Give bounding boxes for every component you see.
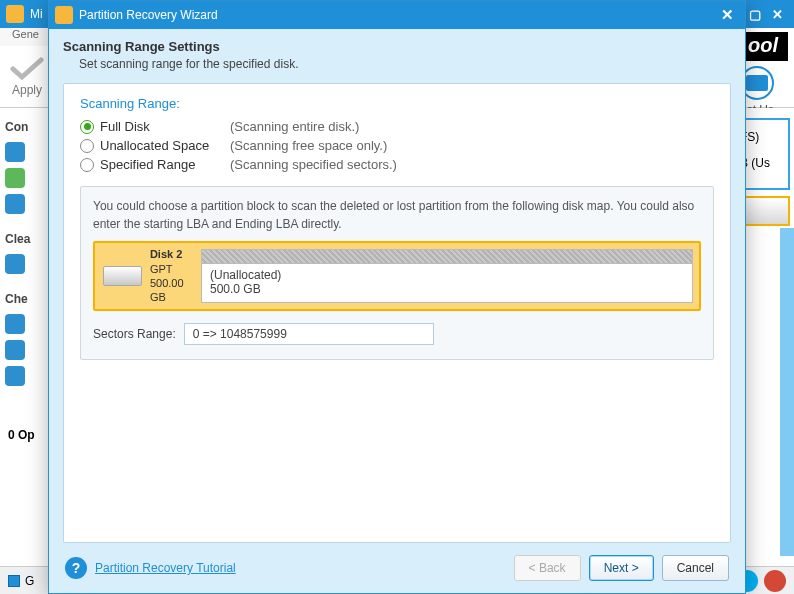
radio-icon[interactable] — [80, 158, 94, 172]
disk-info: Disk 2 GPT 500.00 GB — [101, 249, 201, 303]
tutorial-link[interactable]: Partition Recovery Tutorial — [95, 561, 236, 575]
app-icon — [6, 5, 24, 23]
sectors-input[interactable]: 0 => 1048575999 — [184, 323, 434, 345]
wizard-dialog: Partition Recovery Wizard ✕ Scanning Ran… — [48, 0, 746, 594]
group-label: Scanning Range: — [80, 96, 714, 111]
disk-map-panel: You could choose a partition block to sc… — [80, 186, 714, 360]
wizard-titlebar[interactable]: Partition Recovery Wizard ✕ — [49, 1, 745, 29]
sectors-label: Sectors Range: — [93, 327, 176, 341]
cancel-button[interactable]: Cancel — [662, 555, 729, 581]
checkbox-label: G — [25, 574, 34, 588]
tool-icon[interactable] — [5, 254, 25, 274]
tool-icon[interactable] — [5, 194, 25, 214]
next-button[interactable]: Next > — [589, 555, 654, 581]
wizard-title: Partition Recovery Wizard — [79, 8, 218, 22]
wizard-icon — [55, 6, 73, 24]
checkbox[interactable] — [8, 575, 20, 587]
disk-size: 500.00 GB — [150, 276, 201, 305]
close-icon[interactable]: ✕ — [715, 6, 739, 24]
left-header-2: Clea — [5, 232, 49, 246]
tool-icon[interactable] — [5, 168, 25, 188]
wizard-header: Scanning Range Settings Set scanning ran… — [49, 29, 745, 79]
close-button[interactable]: ✕ — [766, 5, 788, 23]
tool-icon[interactable] — [5, 340, 25, 360]
radio-hint: (Scanning free space only.) — [230, 138, 387, 153]
apply-label: Apply — [12, 83, 42, 97]
radio-full-disk[interactable]: Full Disk (Scanning entire disk.) — [80, 119, 714, 134]
radio-hint: (Scanning entire disk.) — [230, 119, 359, 134]
partition-size: 500.0 GB — [210, 282, 684, 296]
radio-unallocated[interactable]: Unallocated Space (Scanning free space o… — [80, 138, 714, 153]
partition-block[interactable]: (Unallocated) 500.0 GB — [201, 249, 693, 303]
toolbar-tab[interactable]: Gene — [0, 28, 51, 46]
apply-button[interactable]: Apply — [10, 57, 44, 97]
left-header-3: Che — [5, 292, 49, 306]
tool-icon[interactable] — [5, 142, 25, 162]
back-button[interactable]: < Back — [514, 555, 581, 581]
partition-bar — [202, 250, 692, 264]
size-label: B (Us — [740, 150, 784, 176]
disk-type: GPT — [150, 262, 201, 276]
tool-icon[interactable] — [5, 314, 25, 334]
disk-row[interactable]: Disk 2 GPT 500.00 GB (Unallocated) 500.0… — [93, 241, 701, 311]
operations-count: 0 Op — [8, 428, 35, 442]
tool-icon[interactable] — [5, 366, 25, 386]
left-panel: Con Clea Che — [0, 108, 55, 566]
radio-hint: (Scanning specified sectors.) — [230, 157, 397, 172]
sectors-row: Sectors Range: 0 => 1048575999 — [93, 323, 701, 345]
wizard-subheading: Set scanning range for the specified dis… — [79, 57, 731, 71]
mail-icon — [746, 75, 768, 91]
radio-label: Full Disk — [100, 119, 230, 134]
radio-icon[interactable] — [80, 120, 94, 134]
radio-specified[interactable]: Specified Range (Scanning specified sect… — [80, 157, 714, 172]
radio-label: Unallocated Space — [100, 138, 230, 153]
check-icon — [10, 57, 44, 81]
wizard-footer: ? Partition Recovery Tutorial < Back Nex… — [49, 543, 745, 593]
drive-icon — [103, 266, 142, 286]
fs-label: FS) — [740, 124, 784, 150]
info-text: You could choose a partition block to sc… — [93, 197, 701, 233]
help-icon[interactable]: ? — [65, 557, 87, 579]
scrollbar[interactable] — [780, 228, 794, 556]
radio-label: Specified Range — [100, 157, 230, 172]
wizard-heading: Scanning Range Settings — [63, 39, 731, 54]
partition-label: (Unallocated) — [210, 268, 684, 282]
social-icon[interactable] — [764, 570, 786, 592]
main-title: Mi — [30, 7, 43, 21]
left-header-1: Con — [5, 120, 49, 134]
disk-name: Disk 2 — [150, 247, 201, 261]
maximize-button[interactable]: ▢ — [744, 5, 766, 23]
wizard-content: Scanning Range: Full Disk (Scanning enti… — [63, 83, 731, 543]
radio-icon[interactable] — [80, 139, 94, 153]
